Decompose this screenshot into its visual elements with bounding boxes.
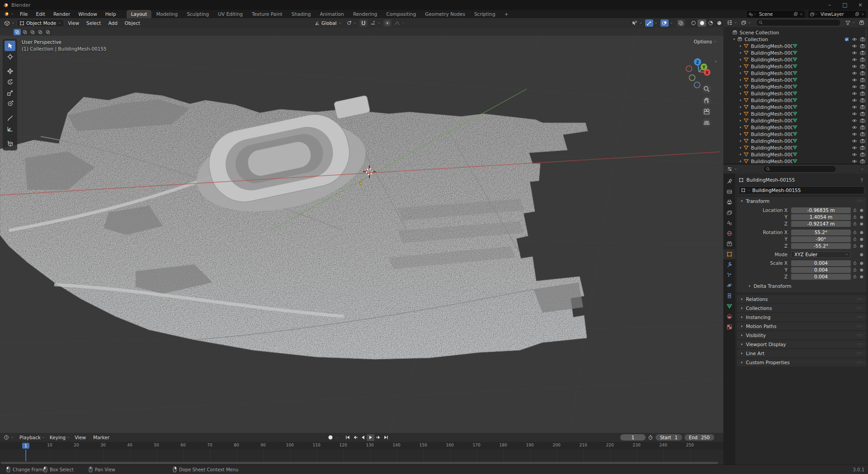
- properties-tab-render[interactable]: [723, 187, 735, 197]
- table-row[interactable]: BuildingMesh-00009: [723, 103, 868, 110]
- disable-render-camera-icon[interactable]: [860, 131, 865, 137]
- animate-decorator[interactable]: ●: [859, 221, 864, 226]
- object-visibility-dropdown[interactable]: [630, 19, 644, 27]
- playhead-frame-chip[interactable]: 1: [22, 443, 29, 449]
- shading-rendered-button[interactable]: [715, 19, 723, 27]
- panel-grip[interactable]: ∷∷: [857, 342, 863, 347]
- mode-dropdown[interactable]: Object Mode: [17, 19, 64, 27]
- hide-viewport-eye-icon[interactable]: [852, 152, 857, 157]
- play-reverse-button[interactable]: [359, 434, 367, 441]
- panel-relations[interactable]: Relations∷∷: [737, 295, 866, 303]
- properties-tab-particles[interactable]: [723, 270, 735, 280]
- properties-tab-tool[interactable]: [723, 176, 735, 187]
- properties-tab-texture[interactable]: [723, 322, 735, 332]
- hide-viewport-eye-icon[interactable]: [852, 138, 857, 144]
- disable-render-camera-icon[interactable]: [860, 138, 865, 144]
- frame-end-field[interactable]: End 250: [684, 434, 714, 441]
- properties-tab-object[interactable]: [723, 249, 735, 259]
- hide-viewport-eye-icon[interactable]: [852, 64, 857, 69]
- snap-target-dropdown[interactable]: [368, 19, 382, 27]
- tool-add-cube[interactable]: [5, 138, 15, 149]
- preview-range-stopwatch-icon[interactable]: [648, 435, 653, 440]
- animate-decorator[interactable]: ●: [859, 208, 864, 212]
- panel-grip[interactable]: ∷∷: [857, 199, 863, 203]
- table-row[interactable]: BuildingMesh-00004: [723, 70, 868, 76]
- properties-tab-material[interactable]: [723, 311, 735, 322]
- keying-set-dropdown-icon[interactable]: [335, 436, 339, 439]
- disable-render-camera-icon[interactable]: [860, 152, 865, 157]
- panel-grip[interactable]: ∷∷: [857, 306, 863, 310]
- timeline-menu-playback[interactable]: Playback: [16, 435, 44, 440]
- disable-render-camera-icon[interactable]: [860, 64, 865, 69]
- hide-viewport-eye-icon[interactable]: [852, 111, 857, 117]
- timeline-scrollbar[interactable]: [1, 462, 718, 464]
- overlays-toggle[interactable]: [660, 19, 669, 27]
- shading-material-button[interactable]: [706, 19, 715, 27]
- table-row[interactable]: BuildingMesh-00016: [723, 151, 868, 158]
- playhead-line[interactable]: [25, 450, 26, 461]
- panel-custom-properties[interactable]: Custom Properties∷∷: [737, 358, 866, 366]
- table-row[interactable]: Collection: [723, 36, 868, 42]
- value-field[interactable]: 1.4054 m: [791, 214, 851, 220]
- workspace-tab-uv-editing[interactable]: UV Editing: [213, 10, 247, 18]
- tool-select-box[interactable]: [5, 41, 15, 51]
- table-row[interactable]: BuildingMesh-00003: [723, 63, 868, 70]
- timeline-menu-keying[interactable]: Keying: [46, 435, 69, 440]
- tool-transform[interactable]: [5, 99, 15, 109]
- viewport-3d[interactable]: Object Mode ViewSelectAddObject Global: [0, 18, 723, 433]
- timeline-ruler[interactable]: 1 10203040506070809010011012013014015016…: [0, 442, 723, 450]
- jump-end-button[interactable]: [382, 434, 390, 441]
- table-row[interactable]: BuildingMesh-00006: [723, 83, 868, 90]
- properties-tab-collection[interactable]: [723, 239, 735, 249]
- animate-decorator[interactable]: ●: [859, 252, 864, 257]
- outliner-scrollbar[interactable]: [865, 29, 867, 160]
- select-mode-button-4[interactable]: [44, 29, 52, 35]
- properties-tab-modifiers[interactable]: [723, 259, 735, 270]
- properties-tab-physics[interactable]: [723, 280, 735, 291]
- properties-tab-object-data[interactable]: [723, 301, 735, 311]
- properties-filter-icon[interactable]: [860, 167, 864, 171]
- viewport-scene[interactable]: [0, 18, 723, 433]
- frame-start-field[interactable]: Start 1: [656, 434, 682, 441]
- overlays-dropdown-icon[interactable]: [670, 21, 673, 25]
- lock-icon-wrap[interactable]: [851, 230, 859, 235]
- menu-file[interactable]: File: [16, 10, 32, 18]
- tool-scale[interactable]: [5, 88, 15, 98]
- menu-window[interactable]: Window: [74, 10, 101, 18]
- tool-measure[interactable]: [5, 124, 15, 134]
- delta-transform-subpanel[interactable]: Delta Transform: [737, 282, 864, 290]
- workspace-tab-shading[interactable]: Shading: [287, 10, 316, 18]
- table-row[interactable]: BuildingMesh-00001: [723, 49, 868, 56]
- app-menu-button[interactable]: [2, 10, 16, 18]
- lock-icon-wrap[interactable]: [851, 268, 859, 272]
- collection-checkbox[interactable]: [844, 37, 849, 42]
- value-field[interactable]: -0.96835 m: [791, 207, 851, 213]
- tool-cursor[interactable]: [5, 52, 15, 62]
- disable-render-camera-icon[interactable]: [860, 77, 865, 83]
- add-workspace-button[interactable]: +: [500, 10, 513, 18]
- hide-viewport-eye-icon[interactable]: [852, 91, 857, 96]
- workspace-tab-compositing[interactable]: Compositing: [382, 10, 421, 18]
- properties-tab-output[interactable]: [723, 197, 735, 207]
- value-field[interactable]: 0.004: [791, 260, 851, 266]
- xray-toggle[interactable]: [677, 19, 685, 27]
- disable-render-camera-icon[interactable]: [860, 91, 865, 96]
- lock-icon-wrap[interactable]: [851, 215, 859, 219]
- hide-viewport-eye-icon[interactable]: [852, 104, 857, 110]
- properties-tab-view-layer[interactable]: [723, 207, 735, 218]
- workspace-tab-texture-paint[interactable]: Texture Paint: [247, 10, 287, 18]
- hide-viewport-eye-icon[interactable]: [852, 118, 857, 123]
- value-field[interactable]: 0.004: [791, 274, 851, 280]
- disable-render-camera-icon[interactable]: [860, 98, 865, 103]
- properties-tab-constraints[interactable]: [723, 291, 735, 301]
- table-row[interactable]: BuildingMesh-00015: [723, 144, 868, 151]
- select-mode-button-1[interactable]: [21, 29, 28, 35]
- hide-viewport-eye-icon[interactable]: [852, 50, 857, 56]
- tool-rotate[interactable]: [5, 77, 15, 87]
- outliner-search-input[interactable]: [756, 19, 841, 26]
- transform-panel-header[interactable]: Transform ∷∷: [737, 197, 866, 205]
- unlink-scene-icon[interactable]: [799, 12, 803, 16]
- workspace-tab-modeling[interactable]: Modeling: [151, 10, 182, 18]
- hide-viewport-eye-icon[interactable]: [852, 57, 857, 62]
- menu-help[interactable]: Help: [101, 10, 120, 18]
